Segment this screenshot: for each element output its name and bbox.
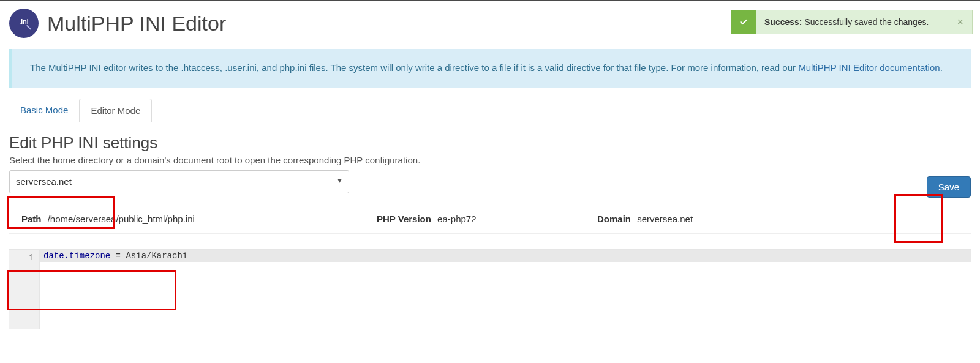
success-alert: Success: Successfully saved the changes.… [731, 10, 973, 34]
section-title: Edit PHP INI settings [9, 133, 971, 152]
svg-line-1 [27, 26, 30, 29]
code-area[interactable]: date.timezone = Asia/Karachi [40, 250, 971, 329]
info-text: The MultiPHP INI editor writes to the .h… [30, 62, 798, 73]
tab-basic-mode[interactable]: Basic Mode [9, 99, 79, 122]
path-label: Path [21, 214, 42, 224]
line-number: 1 [9, 252, 34, 264]
section-subtitle: Select the home directory or a domain's … [9, 155, 971, 165]
mode-tabs: Basic Mode Editor Mode [9, 99, 971, 122]
documentation-link[interactable]: MultiPHP INI Editor documentation [798, 62, 940, 73]
php-version-label: PHP Version [377, 214, 431, 224]
svg-text:.ini: .ini [19, 18, 28, 25]
line-gutter: 1 [9, 250, 40, 329]
path-value: /home/serversea/public_html/php.ini [48, 214, 195, 224]
save-button[interactable]: Save [927, 176, 971, 198]
code-line[interactable]: date.timezone = Asia/Karachi [40, 250, 971, 262]
file-meta-bar: Path /home/serversea/public_html/php.ini… [9, 204, 971, 234]
tab-editor-mode[interactable]: Editor Mode [79, 99, 152, 122]
page-title: MultiPHP INI Editor [47, 12, 226, 36]
app-icon: .ini [9, 9, 39, 38]
code-token-operator: = [110, 251, 126, 261]
alert-close-button[interactable]: × [948, 16, 972, 29]
check-icon [731, 10, 756, 34]
code-token-key: date.timezone [43, 251, 110, 261]
domain-label: Domain [597, 214, 631, 224]
domain-select[interactable]: serversea.net [9, 170, 349, 193]
php-version-value: ea-php72 [437, 214, 476, 224]
code-editor[interactable]: 1 date.timezone = Asia/Karachi [9, 249, 971, 329]
alert-text: Success: Successfully saved the changes. [756, 17, 948, 27]
info-callout: The MultiPHP INI editor writes to the .h… [9, 49, 971, 88]
domain-value: serversea.net [637, 214, 693, 224]
code-token-value: Asia/Karachi [126, 251, 187, 261]
